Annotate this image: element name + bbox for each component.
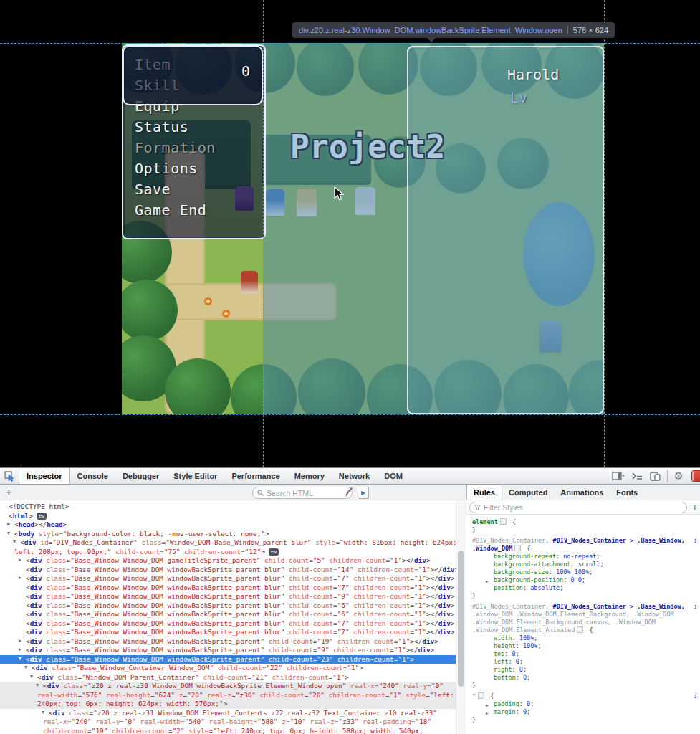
scrollbar-thumb[interactable] [458,550,464,687]
tab-memory[interactable]: Memory [287,468,332,484]
tab-network[interactable]: Network [332,468,377,484]
css-declaration[interactable]: position: absolute; [472,584,700,592]
menu-item-options[interactable]: Options [123,158,264,179]
css-declaration[interactable]: width: 100%; [472,634,700,642]
game-map: Harold Lv Project2 ItemSkillEquipStatusF… [122,43,604,414]
markup-row[interactable]: ▼<body style="background-color: black; -… [0,530,456,539]
rule-selector-line[interactable]: #DIV_Nodes_Container, #DIV_Nodes_Contain… [472,603,700,611]
node-picker-button[interactable] [0,468,19,484]
expand-twisty-icon[interactable]: ▼ [13,539,16,545]
css-declaration[interactable]: ▶background-position: 0 0; [472,576,700,584]
markup-row[interactable]: ▶<div class="Base_Window Window_DOM wind… [0,646,456,655]
markup-row[interactable]: <div class="Base_Window Window_DOM windo… [0,592,456,601]
sidebar-tabs: Rules Computed Animations Fonts [466,485,700,500]
markup-row[interactable]: ▼<div id="DIV_Nodes_Container" class="Wi… [0,538,456,556]
tab-dom[interactable]: DOM [377,468,410,484]
expand-twisty-icon[interactable]: ▶ [7,521,10,527]
highlight-selector-icon[interactable] [500,518,507,525]
expand-twisty-icon[interactable]: ▼ [19,656,21,662]
close-devtools-button[interactable] [691,470,700,482]
expand-twisty-icon[interactable]: ▶ [19,647,21,652]
markup-row[interactable]: <html>ev [0,512,456,521]
highlight-selector-icon[interactable] [577,626,583,633]
sidebar-tab-rules[interactable]: Rules [466,485,502,500]
tab-debugger[interactable]: Debugger [115,468,166,484]
tab-console[interactable]: Console [70,468,115,484]
rule-selector-line[interactable]: .Window_DOM .Window_DOM.Element_Backgrou… [472,611,700,619]
markup-row[interactable]: <div class="Base_Window Window_DOM windo… [0,601,456,611]
markup-row[interactable]: ▶<div class="Base_Window Window_DOM game… [0,556,456,566]
filter-styles-input[interactable]: Filter Styles [469,502,687,513]
css-declaration[interactable]: left: 0; [472,658,700,666]
css-declaration[interactable]: background-repeat: no-repeat; [472,553,700,561]
markup-row[interactable]: ▼<div class="Window_DOM Parent_Container… [0,673,456,682]
markup-row[interactable]: <div class="Base_Window Window_DOM windo… [0,583,456,593]
expand-twisty-icon[interactable]: ▼ [7,530,10,536]
split-console-button[interactable] [632,472,643,480]
rule-source-link[interactable]: i [694,692,697,700]
status-window: Harold Lv [407,46,604,414]
expand-twisty-icon[interactable]: ▶ [19,557,21,563]
css-declaration[interactable]: bottom: 0; [472,674,700,682]
rule-close-brace: } [472,682,700,690]
css-declaration[interactable]: right: 0; [472,666,700,674]
markup-row[interactable]: ▼<div class="z20 z real-z30 Window_DOM w… [0,682,456,709]
game-viewport: Harold Lv Project2 ItemSkillEquipStatusF… [0,0,700,467]
markup-row[interactable]: ▼<div class="z20 z real-z31 Window_DOM E… [0,709,456,734]
highlight-selector-icon[interactable] [514,545,521,551]
menu-item-save[interactable]: Save [123,179,264,200]
css-declaration[interactable]: height: 100%; [472,642,700,650]
markup-row[interactable]: ▶<div class="Base_Window Window_DOM wind… [0,574,456,583]
css-declaration[interactable]: ▶margin: 0; [472,708,700,716]
expand-shorthand-icon[interactable]: ▶ [486,709,489,717]
css-declaration[interactable]: top: 0; [472,650,700,658]
markup-scrollbar[interactable] [456,500,466,734]
expand-twisty-icon[interactable]: ▶ [19,638,21,644]
dock-side-button[interactable] [612,472,625,480]
eyedropper-icon[interactable] [345,487,353,499]
markup-row[interactable]: ▶<div class="Base_Window Window_DOM wind… [0,637,456,647]
expand-twisty-icon[interactable]: ▼ [24,664,27,670]
node-infobar-tooltip: div.z20.z.real-z30.Window_DOM.windowBack… [292,22,615,38]
rule-selector-line[interactable]: .Window_DOM { [472,545,700,553]
tab-performance[interactable]: Performance [224,468,287,484]
tab-inspector[interactable]: Inspector [19,468,70,484]
markup-row[interactable]: <div class="Base_Window Window_DOM windo… [0,628,456,637]
search-html-input[interactable]: Search HTML [252,487,353,499]
responsive-mode-button[interactable] [650,472,661,481]
expand-twisty-icon[interactable]: ▼ [42,710,44,715]
expand-twisty-icon[interactable]: ▶ [19,575,21,581]
sidebar-tab-fonts[interactable]: Fonts [610,485,644,500]
expand-pane-button[interactable]: ▶ [358,487,369,499]
rule-source-link[interactable]: i [694,537,697,545]
expand-twisty-icon[interactable]: ▼ [36,682,39,688]
rule-selector-line[interactable]: * {i [472,692,700,700]
highlight-selector-icon[interactable] [478,692,484,699]
rule-selector-line[interactable]: element { [472,518,700,526]
menu-item-status[interactable]: Status [123,117,264,138]
markup-row[interactable]: ▼<div class="Base_Window_Container Windo… [0,664,456,673]
markup-row[interactable]: <div class="Base_Window Window_DOM windo… [0,619,456,629]
gold-value: 0 [241,62,250,80]
menu-item-formation[interactable]: Formation [123,138,264,158]
rule-selector-line[interactable]: #DIV_Nodes_Container, #DIV_Nodes_Contain… [472,537,700,545]
add-node-button[interactable]: + [6,485,12,497]
markup-row[interactable]: ▶<head></head> [0,520,456,530]
markup-row[interactable]: <div class="Base_Window Window_DOM windo… [0,566,456,575]
rule-selector-line[interactable]: .Window_DOM.Element_Background canvas, .… [472,619,700,626]
markup-row[interactable]: ▼<div class="Base_Window Window_DOM wind… [0,655,456,664]
rule-source-link[interactable]: i [694,603,697,611]
tab-style-editor[interactable]: Style Editor [166,468,224,484]
expand-twisty-icon[interactable]: ▼ [30,674,33,680]
menu-item-game-end[interactable]: Game End [123,200,264,221]
sidebar-tab-animations[interactable]: Animations [554,485,610,500]
markup-row[interactable]: <!DOCTYPE html> [0,502,456,512]
css-declaration[interactable]: ▶padding: 0; [472,700,700,708]
markup-row[interactable]: <div class="Base_Window Window_DOM windo… [0,610,456,619]
rule-selector-line[interactable]: .Window_DOM.Element_Animated { [472,626,700,634]
sidebar-tab-computed[interactable]: Computed [502,485,554,500]
add-rule-button[interactable]: + [692,501,698,513]
settings-gear-button[interactable]: ⚙ [674,470,684,482]
css-declaration[interactable]: background-attachment: scroll; [472,561,700,568]
css-declaration[interactable]: background-size: 100% 100%; [472,568,700,576]
